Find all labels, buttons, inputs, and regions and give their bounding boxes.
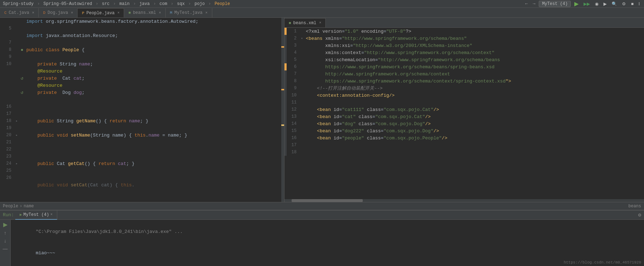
- right-code-line: 15 <bean id="dog222" class="com.sqx.pojo…: [284, 127, 644, 134]
- right-code-line: 17: [284, 142, 644, 149]
- search-button[interactable]: 🔍: [610, 1, 618, 7]
- right-editor-content[interactable]: 1 <?xml version="1.0" encoding="UTF-8"?>…: [284, 28, 644, 202]
- tab-right-beans-xml[interactable]: ■ beans.xml ×: [284, 18, 326, 27]
- breadcrumb-com[interactable]: com: [160, 1, 167, 6]
- scroll-down-button[interactable]: ↓: [3, 238, 7, 244]
- right-code-line: 7 http://www.springframework.org/schema/…: [284, 70, 644, 78]
- run-sidebar: ▶ ↑ ↓ —: [0, 220, 11, 266]
- code-line: import javax.annotation.Resource;: [0, 32, 284, 39]
- tab-dog-close[interactable]: ×: [71, 11, 73, 15]
- profile-button[interactable]: ▶: [602, 1, 608, 7]
- tabs-row: C Cat.java × D Dog.java × P People.java …: [0, 8, 644, 18]
- tab-beans-close[interactable]: ×: [159, 11, 161, 15]
- right-code-line: 9 <!--打开注解自动装配开关-->: [284, 85, 644, 92]
- tab-right-beans-label: beans.xml: [293, 21, 316, 26]
- tab-cat-close[interactable]: ×: [32, 11, 34, 15]
- scroll-marker-orange: [281, 46, 284, 48]
- code-line: 22: [0, 146, 284, 153]
- panel-tab-close[interactable]: ×: [50, 213, 53, 217]
- breadcrumb-pojo[interactable]: pojo: [195, 1, 205, 6]
- main-area: import org.springframework.beans.factory…: [0, 18, 644, 202]
- java-icon: D: [43, 11, 46, 15]
- run-output[interactable]: "C:\Program Files\Java\jdk1.8.0_241\bin\…: [11, 220, 644, 266]
- scrollbar-right[interactable]: [281, 18, 284, 202]
- pin-button[interactable]: —: [2, 245, 9, 252]
- tab-people-java[interactable]: P People.java ×: [78, 8, 124, 17]
- code-line: 9: [0, 53, 284, 60]
- tab-dog-java[interactable]: D Dog.java ×: [39, 8, 78, 17]
- tab-mytest-label: MyTest.java: [174, 10, 202, 15]
- java-icon: P: [82, 11, 84, 15]
- code-line: 26: [0, 174, 284, 181]
- tab-cat-label: Cat.java: [9, 10, 30, 15]
- breadcrumb-spring05[interactable]: Spring-05-Autowired: [43, 1, 92, 6]
- coverage-button[interactable]: ◉: [594, 1, 600, 7]
- bottom-panel-tabs: Run: ▶ MyTest (4) × ⚙: [0, 211, 644, 220]
- code-line: import org.springframework.beans.factory…: [0, 18, 284, 25]
- tab-people-close[interactable]: ×: [117, 11, 119, 15]
- tab-right-beans-close[interactable]: ×: [319, 21, 321, 25]
- left-editor-content[interactable]: import org.springframework.beans.factory…: [0, 18, 284, 202]
- right-code-line: 10 <context:annotation-config/>: [284, 92, 644, 99]
- tab-mytest-close[interactable]: ×: [206, 11, 208, 15]
- right-editor[interactable]: ■ beans.xml × 1 <?xml version="1.0" enco…: [284, 18, 644, 202]
- code-line: 16: [0, 103, 284, 110]
- run-button[interactable]: ▶: [573, 0, 580, 7]
- tab-beans-xml[interactable]: ■ beans.xml ×: [124, 8, 165, 17]
- right-code-line: 14 <bean id="dog" class="com.sqx.pojo.Do…: [284, 120, 644, 127]
- output-line-command: "C:\Program Files\Java\jdk1.8.0_241\bin\…: [14, 221, 641, 243]
- settings-button[interactable]: ⚙: [621, 1, 627, 7]
- code-line: ↺ private Cat cat;: [0, 75, 284, 82]
- panel-tab-mytest[interactable]: ▶ MyTest (4) ×: [15, 211, 57, 220]
- run-config[interactable]: MyTest (4): [539, 1, 571, 7]
- horizontal-scrollbar[interactable]: [284, 199, 644, 202]
- code-line: 19: [0, 124, 284, 132]
- breadcrumb-java[interactable]: java: [139, 1, 150, 6]
- breadcrumb: Spring-study › Spring-05-Autowired › src…: [3, 1, 230, 6]
- code-line: ↺ private Dog dog;: [0, 89, 284, 96]
- top-right-buttons: ← → MyTest (4) ▶ ▶▶ ◉ ▶ 🔍 ⚙ ■ I: [524, 0, 641, 7]
- tab-cat-java[interactable]: C Cat.java ×: [0, 8, 39, 17]
- bottom-panel: Run: ▶ MyTest (4) × ⚙ ▶ ↑ ↓ — "C:\Progra…: [0, 210, 644, 266]
- scroll-up-button[interactable]: ↑: [3, 230, 7, 236]
- breadcrumb-sqx[interactable]: sqx: [177, 1, 185, 6]
- code-line: @Resource: [0, 82, 284, 89]
- left-editor[interactable]: import org.springframework.beans.factory…: [0, 18, 284, 202]
- right-code-line: 16 <bean id="people" class="com.sqx.pojo…: [284, 134, 644, 142]
- run-label: Run:: [3, 212, 14, 218]
- status-bar: People › name beans: [0, 202, 644, 210]
- bottom-content: ▶ ↑ ↓ — "C:\Program Files\Java\jdk1.8.0_…: [0, 220, 644, 266]
- code-line: 8 ● public class People {: [0, 46, 284, 53]
- right-code-line: 13 <bean id="cat" class="com.sqx.pojo.Ca…: [284, 113, 644, 120]
- debug-button[interactable]: ▶▶: [582, 1, 591, 7]
- breadcrumb-people[interactable]: People: [214, 1, 230, 6]
- intellij-button[interactable]: I: [637, 1, 641, 7]
- right-code-area: 1 <?xml version="1.0" encoding="UTF-8"?>…: [284, 28, 644, 156]
- gutter-green-icon: ↺: [19, 75, 25, 81]
- gutter-green-icon2: ↺: [19, 90, 25, 95]
- right-tabs-row: ■ beans.xml ×: [284, 18, 644, 28]
- split-button[interactable]: ■: [629, 1, 635, 7]
- right-code-line: 1 <?xml version="1.0" encoding="UTF-8"?>: [284, 28, 644, 35]
- code-line: 21: [0, 139, 284, 146]
- scroll-marker-orange2: [281, 89, 284, 90]
- left-code-area: import org.springframework.beans.factory…: [0, 18, 284, 188]
- tab-dog-label: Dog.java: [48, 10, 68, 15]
- xml-icon: ■: [128, 11, 131, 15]
- right-code-line: 11: [284, 99, 644, 106]
- panel-tab-label: MyTest (4): [23, 212, 49, 217]
- settings-icon[interactable]: ⚙: [638, 212, 641, 218]
- breadcrumb-main[interactable]: main: [119, 1, 130, 6]
- forward-button[interactable]: →: [531, 1, 537, 7]
- right-code-line: 6 https://www.springframework.org/schema…: [284, 63, 644, 70]
- tab-beans-label: beans.xml: [133, 10, 156, 15]
- back-button[interactable]: ←: [524, 1, 529, 7]
- output-line-wang: wang~~~: [14, 264, 641, 266]
- tab-mytest-java[interactable]: M MyTest.java ×: [166, 8, 212, 17]
- breadcrumb-spring-study[interactable]: Spring-study: [3, 1, 33, 6]
- java-icon: C: [4, 11, 7, 15]
- breadcrumb-src[interactable]: src: [102, 1, 110, 6]
- rerun-button[interactable]: ▶: [2, 221, 8, 228]
- status-left-name: name: [23, 204, 34, 209]
- code-line: 25: [0, 167, 284, 174]
